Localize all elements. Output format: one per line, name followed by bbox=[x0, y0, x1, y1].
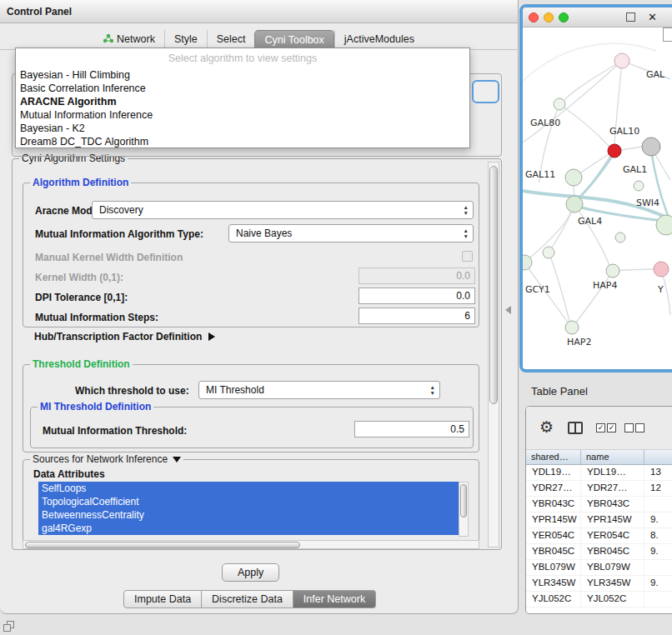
algorithm-option[interactable]: Mutual Information Inference bbox=[16, 108, 469, 122]
cell bbox=[644, 592, 672, 607]
tab-infer-network[interactable]: Infer Network bbox=[293, 590, 376, 608]
network-node[interactable] bbox=[554, 98, 565, 110]
unchecked-boxes-icon[interactable] bbox=[624, 423, 644, 432]
table-row[interactable]: YBL079W YBL079W bbox=[526, 560, 672, 576]
data-attributes-label: Data Attributes bbox=[33, 468, 105, 480]
attribute-item-selected[interactable]: BetweennessCentrality bbox=[38, 508, 459, 522]
settings-horizontal-scrollbar[interactable] bbox=[23, 540, 479, 549]
network-node[interactable] bbox=[634, 181, 644, 191]
settings-scrollbar-thumb[interactable] bbox=[489, 166, 498, 404]
checked-boxes-icon[interactable]: ✓ ✓ bbox=[596, 423, 616, 432]
tab-cyni-toolbox[interactable]: Cyni Toolbox bbox=[254, 30, 333, 49]
gear-icon[interactable]: ⚙ bbox=[539, 418, 554, 437]
tab-cyni-toolbox-label: Cyni Toolbox bbox=[264, 34, 323, 46]
birdseye-corner-box[interactable] bbox=[663, 28, 672, 42]
expander-right-arrow-icon bbox=[208, 332, 215, 341]
data-attributes-list: SelfLoops TopologicalCoefficient Between… bbox=[38, 482, 459, 537]
algorithm-option[interactable]: Bayesian - K2 bbox=[16, 122, 469, 135]
combo-arrows-icon: ▲▼ bbox=[430, 384, 435, 396]
tab-impute-data[interactable]: Impute Data bbox=[123, 590, 202, 608]
network-node[interactable] bbox=[565, 169, 582, 186]
algorithm-placeholder-option[interactable]: Select algorithm to view settings bbox=[16, 48, 469, 68]
restore-icon-front-square bbox=[3, 624, 11, 632]
zoom-traffic-light[interactable] bbox=[559, 12, 569, 22]
table-row[interactable]: YJL052C YJL052C bbox=[526, 592, 672, 608]
manual-kernel-checkbox[interactable] bbox=[462, 251, 473, 262]
float-window-icon[interactable] bbox=[626, 12, 635, 22]
algorithm-option[interactable]: Basic Correlation Inference bbox=[16, 82, 469, 95]
algorithm-settings-button[interactable] bbox=[472, 80, 499, 103]
table-panel-title: Table Panel bbox=[531, 385, 588, 398]
algorithm-option[interactable]: Dream8 DC_TDC Algorithm bbox=[16, 135, 469, 148]
cell: YBL079W bbox=[581, 560, 644, 575]
table-row[interactable]: YPR145W YPR145W 9. bbox=[526, 512, 672, 528]
network-node[interactable] bbox=[615, 232, 625, 242]
network-node-red[interactable] bbox=[608, 144, 621, 158]
table-row[interactable]: YBR043C YBR043C bbox=[526, 497, 672, 512]
kernel-width-label: Kernel Width (0,1): bbox=[35, 272, 123, 283]
cell bbox=[644, 560, 672, 575]
mi-threshold-legend: MI Threshold Definition bbox=[38, 401, 153, 412]
which-threshold-label: Which threshold to use: bbox=[75, 385, 189, 397]
minimize-traffic-light[interactable] bbox=[544, 12, 554, 22]
horizontal-scrollbar-thumb[interactable] bbox=[25, 542, 300, 548]
table-row[interactable]: YBR045C YBR045C 9. bbox=[526, 544, 672, 560]
cell: YJL052C bbox=[526, 592, 581, 607]
settings-vertical-scrollbar[interactable] bbox=[488, 162, 499, 548]
columns-icon[interactable] bbox=[568, 422, 583, 434]
network-node[interactable] bbox=[606, 264, 619, 278]
mi-threshold-label: Mutual Information Threshold: bbox=[43, 425, 187, 437]
network-node-gray[interactable] bbox=[642, 138, 660, 156]
network-node[interactable] bbox=[543, 247, 554, 258]
combo-arrows-icon: ▲▼ bbox=[464, 204, 469, 216]
column-header-cut[interactable] bbox=[644, 450, 672, 464]
network-node[interactable] bbox=[565, 321, 579, 334]
cell: YER054C bbox=[581, 528, 644, 543]
sources-group: Sources for Network Inference Data Attri… bbox=[23, 459, 479, 542]
splitter-collapse-arrow[interactable] bbox=[505, 306, 511, 314]
column-header-shared-name[interactable]: shared… bbox=[526, 450, 581, 464]
attribute-item-selected[interactable]: SelfLoops bbox=[38, 482, 459, 495]
which-threshold-select[interactable]: MI Threshold ▲▼ bbox=[198, 381, 440, 399]
tab-select[interactable]: Select bbox=[207, 30, 255, 49]
cell: 12 bbox=[644, 481, 672, 496]
network-node[interactable] bbox=[566, 196, 583, 212]
mi-type-select[interactable]: Naive Bayes ▲▼ bbox=[228, 224, 474, 242]
network-window-titlebar: ✕ bbox=[523, 8, 672, 28]
minimized-window-icon[interactable] bbox=[3, 621, 16, 633]
tab-discretize-data[interactable]: Discretize Data bbox=[202, 590, 293, 608]
network-node-pink[interactable] bbox=[654, 262, 669, 277]
aracne-mode-value: Discovery bbox=[99, 204, 143, 216]
cyni-algorithm-settings-group: Cyni Algorithm Settings Algorithm Defini… bbox=[12, 158, 502, 550]
table-row[interactable]: YDL19… YDL19… 13 bbox=[526, 465, 672, 481]
table-row[interactable]: YLR345W YLR345W 9. bbox=[526, 576, 672, 592]
dpi-tolerance-field[interactable] bbox=[359, 288, 475, 304]
table-row[interactable]: YER054C YER054C 8. bbox=[526, 528, 672, 544]
attributes-scrollbar-thumb[interactable] bbox=[460, 484, 467, 518]
node-label: Y bbox=[657, 284, 664, 295]
threshold-definition-group: Threshold Definition Which threshold to … bbox=[23, 364, 479, 452]
tab-jactivemodules[interactable]: jActiveModules bbox=[334, 30, 424, 49]
apply-button[interactable]: Apply bbox=[222, 563, 279, 582]
kernel-width-field[interactable] bbox=[359, 268, 475, 284]
algorithm-option-selected[interactable]: ARACNE Algorithm bbox=[16, 95, 469, 108]
attribute-item-selected[interactable]: TopologicalCoefficient bbox=[38, 495, 459, 508]
tab-style[interactable]: Style bbox=[164, 30, 207, 49]
tab-network[interactable]: Network bbox=[94, 30, 164, 49]
mi-threshold-field[interactable] bbox=[354, 421, 469, 438]
hub-definition-expander[interactable]: Hub/Transcription Factor Definition bbox=[34, 331, 215, 342]
network-canvas[interactable]: GAL GAL80 GAL10 GAL11 GAL1 SWI4 GAL4 GCY… bbox=[523, 28, 672, 369]
sources-legend[interactable]: Sources for Network Inference bbox=[30, 453, 183, 465]
close-traffic-light[interactable] bbox=[529, 12, 539, 22]
table-toolbar: ⚙ ✓ ✓ bbox=[526, 407, 672, 450]
close-window-icon[interactable]: ✕ bbox=[648, 11, 657, 23]
aracne-mode-select[interactable]: Discovery ▲▼ bbox=[92, 201, 474, 219]
attribute-item-selected[interactable]: gal4RGexp bbox=[38, 522, 459, 535]
column-header-name[interactable]: name bbox=[581, 450, 644, 464]
network-node[interactable] bbox=[614, 53, 629, 68]
table-row[interactable]: YDR27… YDR27… 12 bbox=[526, 481, 672, 497]
network-node[interactable] bbox=[656, 215, 672, 235]
algorithm-option[interactable]: Bayesian - Hill Climbing bbox=[16, 68, 469, 82]
attributes-vertical-scrollbar[interactable] bbox=[459, 482, 469, 537]
mi-steps-field[interactable] bbox=[359, 308, 475, 324]
